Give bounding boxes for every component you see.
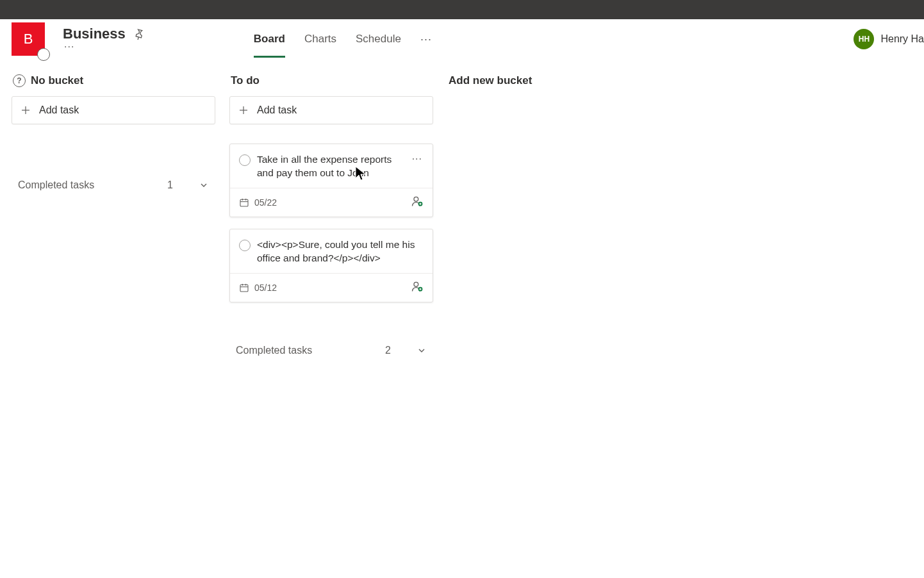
plus-icon — [238, 104, 249, 116]
plan-tile-letter: B — [24, 31, 33, 47]
svg-point-16 — [414, 282, 418, 286]
plan-title-block: Business ··· — [63, 26, 145, 53]
bucket-no-bucket: ? No bucket Add task Completed tasks 1 — [12, 70, 215, 195]
calendar-icon — [239, 197, 249, 208]
plan-title: Business — [63, 26, 126, 42]
completed-count: 2 — [385, 345, 391, 356]
window-top-bar — [0, 0, 924, 19]
complete-circle[interactable] — [239, 154, 251, 166]
chevron-down-icon — [199, 180, 209, 190]
completed-toggle[interactable]: Completed tasks 1 — [12, 176, 215, 195]
tab-board[interactable]: Board — [254, 21, 285, 58]
board-columns: ? No bucket Add task Completed tasks 1 T… — [0, 59, 924, 360]
svg-point-8 — [414, 197, 418, 201]
assign-person-icon[interactable] — [411, 280, 424, 295]
add-task-button[interactable]: Add task — [12, 96, 215, 124]
complete-circle[interactable] — [239, 240, 251, 251]
add-bucket-button[interactable]: Add new bucket — [447, 70, 614, 91]
bucket-to-do: To do Add task Take in all the expense r… — [229, 70, 433, 360]
plan-header: B i Business ··· Board Charts Schedule ·… — [0, 19, 924, 59]
tabs-more[interactable]: ··· — [420, 33, 432, 46]
task-card[interactable]: Take in all the expense reports and pay … — [229, 144, 433, 217]
plan-tile[interactable]: B i — [12, 22, 45, 56]
bucket-header[interactable]: ? No bucket — [12, 70, 215, 96]
task-title: <div><p>Sure, could you tell me his offi… — [257, 238, 424, 265]
due-date-chip[interactable]: 05/12 — [239, 283, 277, 293]
bucket-name: No bucket — [31, 74, 83, 87]
calendar-icon — [239, 283, 249, 293]
completed-label: Completed tasks — [236, 345, 385, 356]
completed-toggle[interactable]: Completed tasks 2 — [229, 341, 433, 360]
svg-rect-12 — [240, 285, 248, 292]
completed-count: 1 — [167, 179, 173, 191]
plus-icon — [20, 104, 31, 116]
pin-icon[interactable] — [133, 28, 145, 40]
completed-label: Completed tasks — [18, 179, 167, 191]
add-task-button[interactable]: Add task — [229, 96, 433, 124]
info-icon[interactable]: i — [37, 48, 50, 61]
due-date-chip[interactable]: 05/22 — [239, 197, 277, 208]
plan-menu[interactable]: ··· — [64, 41, 145, 53]
chevron-down-icon — [417, 345, 427, 356]
tab-schedule[interactable]: Schedule — [356, 21, 401, 58]
help-icon[interactable]: ? — [13, 74, 26, 87]
tab-charts[interactable]: Charts — [304, 21, 336, 58]
avatar[interactable]: HH — [854, 29, 874, 49]
assign-person-icon[interactable] — [411, 195, 424, 210]
task-title: Take in all the expense reports and pay … — [257, 153, 404, 180]
bucket-name: To do — [231, 74, 260, 87]
svg-rect-4 — [240, 199, 248, 206]
view-tabs: Board Charts Schedule ··· — [254, 19, 432, 59]
bucket-header[interactable]: To do — [229, 70, 433, 96]
user-name: Henry Ha — [880, 33, 924, 45]
task-more-menu[interactable]: ··· — [411, 153, 424, 165]
user-area[interactable]: HH Henry Ha — [854, 19, 924, 59]
task-card[interactable]: <div><p>Sure, could you tell me his offi… — [229, 229, 433, 302]
